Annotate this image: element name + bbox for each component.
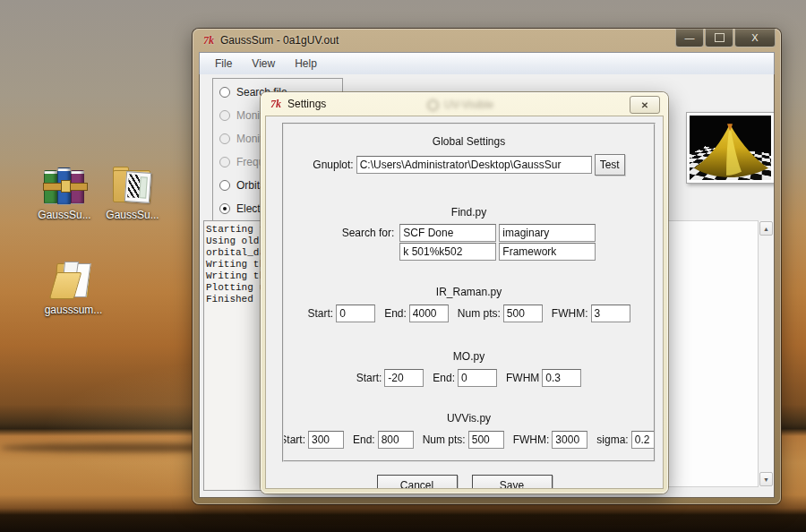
photo-strip (139, 176, 148, 198)
tk-logo-icon: 7k (270, 98, 281, 111)
open-folder-icon (52, 260, 95, 301)
search-term-input-4[interactable] (499, 243, 596, 261)
search-term-input-2[interactable] (499, 224, 596, 242)
dialog-buttons: Cancel Save (266, 475, 663, 489)
uv-sigma-input[interactable] (631, 431, 656, 449)
search-term-input-3[interactable] (399, 243, 496, 261)
dialog-title: Settings (287, 98, 326, 110)
gnuplot-path-input[interactable] (356, 156, 592, 174)
test-button[interactable]: Test (595, 154, 625, 176)
ir-raman-heading: IR_Raman.py (284, 286, 654, 298)
tk-logo-icon: 7k (203, 34, 214, 47)
menu-file[interactable]: File (205, 55, 242, 73)
window-titlebar[interactable]: 7k GaussSum - 0a1gUV.out — X (193, 29, 781, 52)
gnuplot-label: Gnuplot: (313, 159, 353, 171)
ghost-radio-label: UV-Visible (444, 99, 493, 111)
scroll-down-icon: ▼ (763, 476, 769, 483)
photo-page (124, 171, 151, 203)
radio-circle-icon (219, 87, 230, 98)
close-icon: X (751, 33, 758, 43)
uv-sigma-label: sigma: (596, 433, 628, 446)
cancel-button[interactable]: Cancel (377, 475, 458, 489)
mo-start-input[interactable] (384, 369, 424, 387)
ir-end-input[interactable] (409, 305, 449, 322)
minimize-button[interactable]: — (675, 29, 704, 47)
global-settings-heading: Global Settings (284, 135, 654, 148)
maximize-button[interactable] (705, 29, 733, 47)
menu-bar: FileViewHelp (199, 52, 775, 75)
mo-end-label: End: (433, 372, 455, 384)
buckle (61, 180, 71, 193)
menu-help[interactable]: Help (285, 55, 327, 73)
mo-fwhm-label: FWHM (506, 372, 539, 384)
ir-start-input[interactable] (336, 305, 375, 322)
radio-circle-icon (219, 203, 230, 214)
uv-end-label: End: (353, 433, 375, 446)
ir-end-label: End: (384, 307, 407, 320)
minimize-icon: — (685, 33, 695, 43)
dialog-titlebar[interactable]: 7k Settings UV-Visible ✕ (261, 92, 668, 116)
menu-view[interactable]: View (242, 55, 285, 73)
search-term-input-1[interactable] (399, 224, 496, 242)
uv-num-pts-input[interactable] (468, 431, 504, 449)
winrar-archive-icon (43, 165, 86, 206)
ir-fwhm-input[interactable] (591, 305, 630, 322)
radio-circle-icon (219, 180, 230, 191)
mo-fwhm-input[interactable] (542, 369, 581, 387)
desktop-icon-label: gausssum... (33, 304, 114, 316)
window-title: GaussSum - 0a1gUV.out (220, 34, 339, 47)
ir-start-label: Start: (307, 307, 333, 320)
scroll-down-button[interactable]: ▼ (759, 472, 773, 486)
uv-fwhm-input[interactable] (552, 431, 587, 449)
ir-num-pts-input[interactable] (503, 305, 543, 322)
folder-with-picture-icon (111, 165, 154, 206)
radio-circle-icon (219, 133, 230, 144)
desktop-icon-gausssum-open-folder[interactable]: gausssum... (33, 260, 114, 316)
ghost-uv-visible-radio: UV-Visible (427, 99, 493, 111)
settings-dialog: 7k Settings UV-Visible ✕ Global Settings… (261, 92, 668, 493)
settings-frame: Global Settings Gnuplot: Test Find.py Se… (282, 123, 656, 462)
mo-heading: MO.py (284, 350, 654, 363)
close-button[interactable]: X (734, 29, 776, 47)
find-search-grid: Search for: (284, 224, 654, 261)
desktop-icon-label: GaussSu... (92, 209, 173, 221)
ir-num-pts-label: Num pts: (458, 307, 501, 320)
gnuplot-row: Gnuplot: Test (284, 154, 654, 176)
surface-plot-thumbnail (686, 112, 775, 184)
scroll-up-icon: ▲ (763, 226, 769, 232)
desktop: GaussSu... GaussSu... gausssum... 7k Gau… (0, 0, 806, 532)
uv-end-input[interactable] (378, 431, 414, 449)
radio-label: Monit (236, 109, 262, 122)
ir-fwhm-label: FWHM: (552, 307, 588, 320)
vertical-scrollbar[interactable]: ▲ ▼ (758, 220, 774, 487)
gold-peak-graphic (690, 116, 771, 180)
uvvis-row: Start:End:Num pts:FWHM:sigma: (284, 431, 654, 449)
radio-circle-icon (219, 110, 230, 121)
radio-circle-icon (219, 157, 230, 167)
desktop-icon-gausssum-folder[interactable]: GaussSu... (92, 165, 173, 221)
search-for-label: Search for: (342, 227, 395, 239)
mo-end-input[interactable] (458, 369, 497, 387)
mo-start-label: Start: (356, 372, 382, 384)
mo-row: Start:End:FWHM (284, 369, 654, 387)
save-button[interactable]: Save (472, 475, 553, 489)
checkerboard-scene (690, 116, 771, 180)
close-icon: ✕ (641, 100, 648, 110)
ghost-radio-dot (427, 99, 439, 111)
radio-label: Monit (236, 133, 262, 145)
uv-num-pts-label: Num pts: (423, 433, 466, 446)
window-controls: — X (675, 29, 776, 47)
maximize-icon (715, 33, 725, 42)
uv-start-label: Start: (282, 433, 305, 446)
dialog-client-area: Global Settings Gnuplot: Test Find.py Se… (265, 116, 664, 489)
scroll-up-button[interactable]: ▲ (759, 221, 773, 236)
uv-start-input[interactable] (308, 431, 344, 449)
find-py-heading: Find.py (284, 206, 654, 219)
ir-raman-row: Start:End:Num pts:FWHM: (284, 305, 654, 322)
uv-fwhm-label: FWHM: (513, 433, 550, 446)
dialog-close-button[interactable]: ✕ (630, 96, 660, 114)
uvvis-heading: UVVis.py (284, 412, 654, 425)
